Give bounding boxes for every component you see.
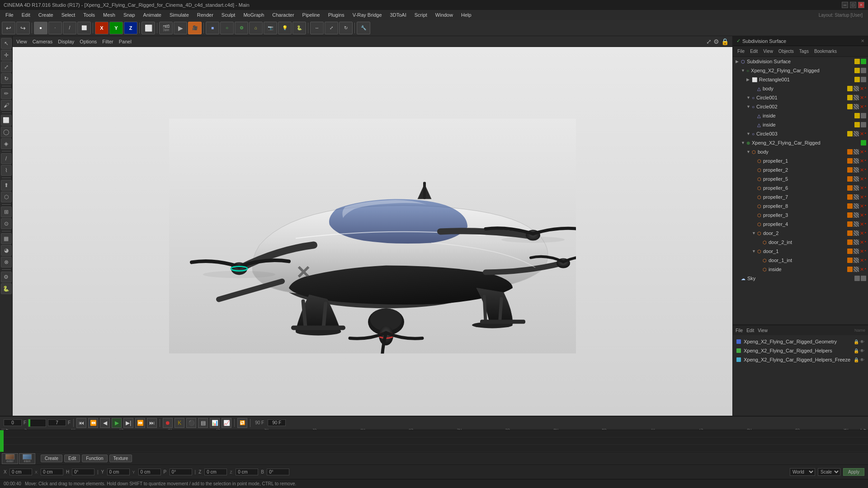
vp-menu-cameras[interactable]: Cameras [33,39,53,44]
obj-body-bone[interactable]: ▼ ⬡ body ✕ • [733,147,868,156]
tool-mirror[interactable]: ⊞ [1,206,12,217]
function-button[interactable]: Function [82,455,107,462]
obj-dot-vis[interactable] [854,185,859,191]
object-mode-button[interactable]: ● [34,22,47,34]
material-preview-1[interactable]: exter [2,453,18,464]
autokey-button[interactable]: ⚫ [186,418,196,428]
obj-dot-vis[interactable] [854,86,859,91]
obj-propeller4[interactable]: ⬡ propeller_4 ✕ • [733,220,868,229]
render-to-po-button[interactable]: 🎥 [188,22,202,34]
menu-snap[interactable]: Snap [120,11,139,19]
obj-panel-tags[interactable]: Tags [797,48,811,54]
tool-paint[interactable]: 🖌 [1,100,12,111]
edit-button[interactable]: Edit [64,455,80,462]
obj-dot-vis[interactable] [854,203,859,209]
obj-dot-vis[interactable] [854,249,859,254]
obj-panel-file[interactable]: File [736,48,746,54]
y-constraint-button[interactable]: Y [109,22,123,34]
obj-circle003[interactable]: ▼ ○ Circle003 ✕ • [733,129,868,138]
minimize-button[interactable]: ─ [842,2,848,8]
camera-button[interactable]: 📷 [264,22,277,34]
menu-script[interactable]: Script [411,11,431,19]
obj-dot-vis[interactable] [854,212,859,218]
menu-plugins[interactable]: Plugins [325,11,348,19]
close-button[interactable]: ✕ [858,2,864,8]
go-start-button[interactable]: ⏮ [76,418,86,428]
pos-x-input[interactable] [9,469,32,475]
tool-extrude[interactable]: ⬆ [1,180,12,191]
cube-button[interactable]: ⬜ [142,22,155,34]
obj-propeller2[interactable]: ⬡ propeller_2 ✕ • [733,165,868,174]
obj-door1-int[interactable]: ⬡ door_1_int ✕ • [733,256,868,265]
obj-dot-vis[interactable] [854,267,859,272]
menu-edit[interactable]: Edit [18,11,34,19]
loop-button[interactable]: 🔁 [237,418,247,428]
obj-panel-view[interactable]: View [761,48,775,54]
material-preview-2[interactable]: interi [19,453,35,464]
obj-dot-vis[interactable] [854,194,859,200]
tool-bevel[interactable]: ⬡ [1,192,12,202]
obj-propeller3[interactable]: ⬡ propeller_3 ✕ • [733,211,868,220]
obj-dot-vis[interactable] [861,77,866,82]
size-x-input[interactable] [41,469,63,475]
snap-tool[interactable]: 🔧 [357,22,370,34]
render-button[interactable]: ▶ [174,22,187,34]
tool-knife[interactable]: / [1,153,12,164]
scene-obj-helpers[interactable]: Xpeng_X2_Flying_Car_Rigged_Helpers 🔒 👁 [733,346,868,355]
tool-box-select[interactable]: ⬜ [1,115,12,126]
vp-settings-icon[interactable]: ⚙ [713,38,719,45]
current-frame-field[interactable] [4,419,22,426]
x-constraint-button[interactable]: X [95,22,108,34]
obj-propeller8[interactable]: ⬡ propeller_8 ✕ • [733,202,868,211]
tool-rotate[interactable]: ↻ [1,73,12,84]
menu-window[interactable]: Window [432,11,457,19]
obj-dot-vis[interactable] [861,59,866,64]
coord-system-select[interactable]: World Object Screen [790,468,815,476]
obj-panel-bookmarks[interactable]: Bookmarks [812,48,839,54]
obj-inside-c002a[interactable]: △ inside [733,111,868,120]
tool-scale[interactable]: ⤢ [1,61,12,72]
tool-dynamics[interactable]: ⚙ [1,272,12,282]
vp-menu-display[interactable]: Display [58,39,74,44]
window-controls[interactable]: ─ □ ✕ [842,2,864,8]
move-tool[interactable]: ↔ [310,22,324,34]
pos-z-input[interactable] [204,469,227,475]
menu-help[interactable]: Help [458,11,475,19]
menu-mograph[interactable]: MoGraph [240,11,268,19]
tool-select[interactable]: ↖ [1,38,12,49]
obj-body[interactable]: △ body ✕ • [733,84,868,93]
menu-character[interactable]: Character [269,11,297,19]
obj-dot-vis[interactable] [854,167,859,173]
scene-obj-freeze[interactable]: Xpeng_X2_Flying_Car_Rigged_Helpers_Freez… [733,355,868,364]
obj-propeller1[interactable]: ⬡ propeller_1 ✕ • [733,156,868,165]
create-button[interactable]: Create [41,455,62,462]
render-region-button[interactable]: 🎬 [159,22,173,34]
tool-lasso[interactable]: ◯ [1,127,12,137]
prev-frame-button[interactable]: ⏪ [88,418,98,428]
apply-button[interactable]: Apply [843,468,864,476]
menu-sculpt[interactable]: Sculpt [218,11,239,19]
maximize-button[interactable]: □ [850,2,856,8]
size-y-input[interactable] [138,469,161,475]
timeline-button[interactable]: 📊 [210,418,220,428]
tool-python[interactable]: 🐍 [1,283,12,294]
obj-subdivision-surface[interactable]: ▶ ⬡ Subdivision Surface [733,57,868,66]
bp-file[interactable]: File [736,328,743,333]
tool-texture[interactable]: ▦ [1,233,12,244]
tool-bridge[interactable]: ⌇ [1,165,12,176]
rotate-tool[interactable]: ↻ [339,22,353,34]
light-button[interactable]: 💡 [278,22,292,34]
obj-dot-vis[interactable] [854,258,859,263]
obj-dot-vis[interactable] [854,131,859,136]
obj-xpeng-car-rigged[interactable]: ▼ ○ Xpeng_X2_Flying_Car_Rigged [733,66,868,75]
redo-button[interactable]: ↪ [16,22,30,34]
go-end-button[interactable]: ⏭ [147,418,157,428]
spline-button[interactable]: ○ [220,22,234,34]
obj-panel-edit[interactable]: Edit [748,48,760,54]
point-mode-button[interactable]: · [48,22,62,34]
edge-mode-button[interactable]: / [63,22,76,34]
menu-vray[interactable]: V-Ray Bridge [349,11,386,19]
obj-dot-vis[interactable] [861,113,866,118]
obj-dot-vis[interactable] [861,276,866,281]
obj-propeller7[interactable]: ⬡ propeller_7 ✕ • [733,192,868,202]
